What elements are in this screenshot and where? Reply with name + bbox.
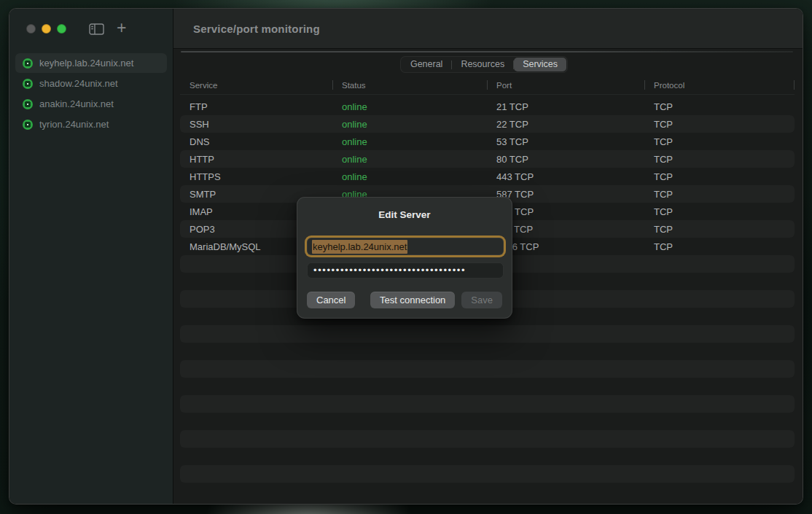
table-row[interactable]: DNSonline53 TCPTCP	[180, 133, 795, 150]
cell-protocol: TCP	[644, 224, 795, 235]
hostname-input[interactable]: keyhelp.lab.24unix.net	[307, 238, 504, 255]
server-label: shadow.24unix.net	[39, 78, 118, 89]
sidebar-toggle-icon[interactable]	[89, 23, 104, 35]
segmented-control: GeneralResourcesServices	[400, 56, 568, 73]
cell-protocol: TCP	[644, 101, 795, 112]
server-label: anakin.24unix.net	[39, 98, 114, 109]
server-status-icon	[23, 79, 33, 89]
table-row-empty	[180, 360, 795, 378]
password-input[interactable]: ••••••••••••••••••••••••••••••••••	[307, 262, 504, 279]
edit-server-dialog: Edit Server keyhelp.lab.24unix.net •••••…	[297, 197, 512, 319]
table-row-empty	[180, 378, 795, 395]
table-row-empty	[180, 448, 795, 465]
cell-protocol: TCP	[644, 136, 795, 147]
close-button[interactable]	[26, 24, 36, 34]
page-title: Service/port monitoring	[193, 23, 320, 35]
cell-protocol: TCP	[644, 206, 795, 217]
sidebar-titlebar: +	[9, 9, 173, 49]
server-status-icon	[23, 58, 33, 69]
cell-port: 587 TCP	[487, 189, 644, 200]
server-status-icon	[23, 99, 33, 109]
password-masked-text: ••••••••••••••••••••••••••••••••••	[313, 265, 466, 275]
sidebar-item-server[interactable]: keyhelp.lab.24unix.net	[15, 53, 167, 73]
main-titlebar: Service/port monitoring	[173, 9, 803, 49]
save-button[interactable]: Save	[461, 292, 502, 308]
cell-port: 21 TCP	[487, 101, 644, 112]
tab-bar: GeneralResourcesServices	[173, 56, 795, 73]
cell-status: online	[332, 154, 487, 165]
sidebar-item-server[interactable]: anakin.24unix.net	[15, 94, 167, 114]
desktop-wallpaper: + keyhelp.lab.24unix.netshadow.24unix.ne…	[0, 0, 812, 514]
table-row[interactable]: SSHonline22 TCPTCP	[180, 115, 795, 133]
table-row-empty	[180, 343, 795, 360]
column-header-status[interactable]: Status	[332, 76, 487, 94]
table-row[interactable]: HTTPonline80 TCPTCP	[180, 150, 795, 168]
column-header-port[interactable]: Port	[487, 76, 644, 94]
table-row-empty	[180, 395, 795, 413]
cell-port: 22 TCP	[487, 119, 644, 130]
cell-port: 443 TCP	[487, 171, 644, 182]
tab-resources[interactable]: Resources	[452, 58, 513, 71]
server-list: keyhelp.lab.24unix.netshadow.24unix.neta…	[9, 49, 173, 139]
cell-service: HTTP	[180, 154, 332, 165]
table-row-empty	[180, 465, 795, 483]
cell-protocol: TCP	[644, 241, 795, 252]
cell-protocol: TCP	[644, 171, 795, 182]
table-row-empty	[180, 430, 795, 448]
table-row[interactable]: HTTPSonline443 TCPTCP	[180, 168, 795, 185]
table-row-empty	[180, 483, 795, 500]
cell-port: 53 TCP	[487, 136, 644, 147]
cell-port: 80 TCP	[487, 154, 644, 165]
table-header: ServiceStatusPortProtocol	[180, 76, 795, 95]
cell-status: online	[332, 119, 487, 130]
cell-status: online	[332, 101, 487, 112]
cell-status: online	[332, 136, 487, 147]
sidebar-item-server[interactable]: tyrion.24unix.net	[15, 114, 167, 134]
dialog-title: Edit Server	[297, 209, 512, 220]
cell-service: HTTPS	[180, 171, 332, 182]
traffic-lights	[26, 24, 66, 34]
dialog-button-row: Cancel Test connection Save	[307, 292, 502, 308]
tab-services[interactable]: Services	[514, 58, 566, 71]
table-row-empty	[180, 325, 795, 343]
cancel-button[interactable]: Cancel	[307, 292, 355, 308]
table-row-empty	[180, 413, 795, 430]
tab-general[interactable]: General	[402, 58, 451, 71]
server-label: keyhelp.lab.24unix.net	[39, 58, 133, 69]
hostname-selected-text: keyhelp.lab.24unix.net	[312, 240, 407, 254]
server-label: tyrion.24unix.net	[39, 119, 109, 130]
cell-protocol: TCP	[644, 189, 795, 200]
sidebar: + keyhelp.lab.24unix.netshadow.24unix.ne…	[9, 9, 173, 504]
column-header-service[interactable]: Service	[180, 76, 332, 94]
cell-protocol: TCP	[644, 119, 795, 130]
add-server-icon[interactable]: +	[117, 20, 126, 36]
zoom-button[interactable]	[57, 24, 66, 34]
cell-service: DNS	[180, 136, 332, 147]
cell-service: FTP	[180, 101, 332, 112]
scroll-edge-divider	[181, 51, 793, 52]
cell-service: SSH	[180, 119, 332, 130]
test-connection-button[interactable]: Test connection	[370, 292, 455, 308]
sidebar-item-server[interactable]: shadow.24unix.net	[15, 74, 167, 93]
cell-protocol: TCP	[644, 154, 795, 165]
column-header-protocol[interactable]: Protocol	[644, 76, 795, 94]
cell-status: online	[332, 171, 487, 182]
minimize-button[interactable]	[42, 24, 51, 34]
server-status-icon	[23, 120, 33, 130]
table-row[interactable]: FTPonline21 TCPTCP	[180, 98, 795, 115]
